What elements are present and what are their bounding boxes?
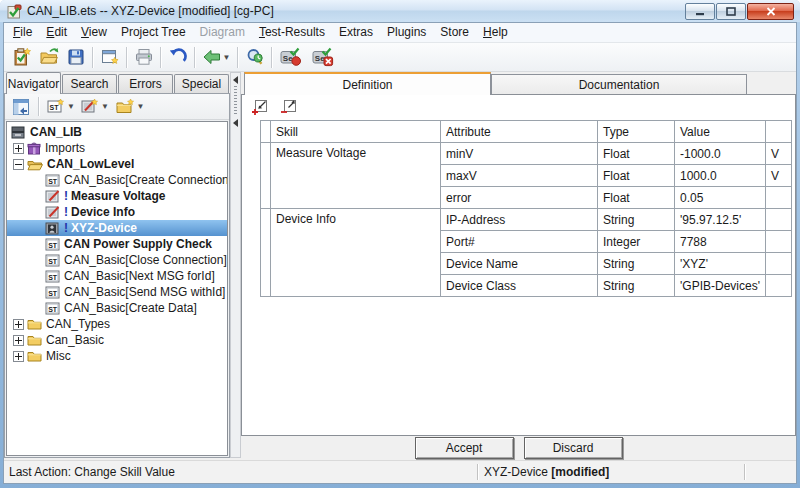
expand-icon[interactable]: [13, 143, 24, 154]
tree-item-can-power-supply-check[interactable]: ST CAN Power Supply Check: [7, 236, 227, 252]
attribute-cell[interactable]: error: [441, 187, 598, 209]
tree-item-device-info[interactable]: ! Device Info: [7, 204, 227, 220]
tree-item-can-lib[interactable]: CAN_LIB: [7, 124, 227, 140]
collapse-icon[interactable]: [13, 159, 24, 170]
tree-label: CAN_LowLevel: [47, 157, 134, 171]
maximize-button[interactable]: [716, 3, 746, 20]
left-tab-strip: Navigator Search Errors Special: [4, 72, 230, 93]
type-cell[interactable]: Float: [598, 187, 675, 209]
tree-item-xyz-device[interactable]: ! XYZ-Device: [7, 220, 227, 236]
new-window-button[interactable]: [96, 45, 123, 69]
attribute-cell[interactable]: minV: [441, 143, 598, 165]
tab-navigator[interactable]: Navigator: [6, 72, 61, 94]
attribute-cell[interactable]: Device Name: [441, 253, 598, 275]
search-history-button[interactable]: [241, 45, 268, 69]
maximize-icon: [726, 7, 736, 16]
dropdown-icon[interactable]: ▼: [67, 102, 75, 111]
close-button[interactable]: [747, 3, 794, 20]
tree-item-can-basic-close-connection[interactable]: ST CAN_Basic[Close Connection]: [7, 252, 227, 268]
new-sequence-button[interactable]: ST ▼: [44, 95, 78, 119]
minimize-button[interactable]: [685, 3, 715, 20]
new-project-icon: [12, 47, 32, 67]
back-button[interactable]: ▼: [198, 45, 234, 69]
new-project-button[interactable]: [8, 45, 35, 69]
tree-item-can-basic-next-msg[interactable]: ST CAN_Basic[Next MSG forId]: [7, 268, 227, 284]
attribute-cell[interactable]: Port#: [441, 231, 598, 253]
add-attribute-button[interactable]: [251, 99, 268, 116]
value-cell[interactable]: '95.97.12.5': [675, 209, 766, 231]
print-button[interactable]: [130, 45, 157, 69]
menu-store[interactable]: Store: [433, 23, 476, 42]
expand-icon[interactable]: [13, 335, 24, 346]
tree-item-can-basic-create-connection[interactable]: ST CAN_Basic[Create Connection]: [7, 172, 227, 188]
back-dropdown-icon[interactable]: ▼: [223, 53, 231, 62]
open-file-button[interactable]: [35, 45, 62, 69]
menu-project-tree[interactable]: Project Tree: [114, 23, 193, 42]
expand-icon[interactable]: [13, 319, 24, 330]
menu-help[interactable]: Help: [476, 23, 515, 42]
menu-plugins[interactable]: Plugins: [380, 23, 433, 42]
tree-item-can-types[interactable]: CAN_Types: [7, 316, 227, 332]
discard-button[interactable]: Discard: [524, 437, 623, 459]
dropdown-icon[interactable]: ▼: [137, 102, 145, 111]
tree-item-can-basic-send-msg[interactable]: ST CAN_Basic[Send MSG withId]: [7, 284, 227, 300]
tree-item-can-basic-create-data[interactable]: ST CAN_Basic[Create Data]: [7, 300, 227, 316]
new-folder-button[interactable]: ▼: [112, 95, 148, 119]
menu-view[interactable]: View: [74, 23, 114, 42]
undo-button[interactable]: [164, 45, 191, 69]
value-cell[interactable]: 7788: [675, 231, 766, 253]
new-window-icon: [100, 47, 120, 67]
sequence-abort-button[interactable]: Se: [307, 45, 339, 69]
collapse-left-icon[interactable]: [233, 76, 238, 84]
accept-button[interactable]: Accept: [415, 437, 514, 459]
dropdown-icon[interactable]: ▼: [101, 102, 109, 111]
type-cell[interactable]: Integer: [598, 231, 675, 253]
value-cell[interactable]: 'XYZ': [675, 253, 766, 275]
tab-definition[interactable]: Definition: [244, 72, 491, 95]
save-button[interactable]: [62, 45, 89, 69]
attribute-cell[interactable]: Device Class: [441, 275, 598, 297]
menu-file[interactable]: File: [6, 23, 39, 42]
expand-icon[interactable]: [13, 351, 24, 362]
remove-attribute-button[interactable]: [280, 99, 297, 116]
tree-item-can-lowlevel[interactable]: CAN_LowLevel: [7, 156, 227, 172]
type-cell[interactable]: Float: [598, 165, 675, 187]
type-cell[interactable]: Float: [598, 143, 675, 165]
value-cell[interactable]: 0.05: [675, 187, 766, 209]
title-bar[interactable]: CAN_LIB.ets -- XYZ-Device [modified] [cg…: [0, 0, 800, 22]
panel-splitter[interactable]: [230, 72, 241, 458]
menu-edit[interactable]: Edit: [39, 23, 74, 42]
tab-special[interactable]: Special: [174, 74, 229, 93]
unit-cell: [765, 253, 791, 275]
value-cell[interactable]: 1000.0: [675, 165, 766, 187]
folder-closed-icon: [27, 350, 42, 362]
type-cell[interactable]: String: [598, 209, 675, 231]
tab-errors[interactable]: Errors: [118, 74, 173, 93]
new-skill-button[interactable]: ▼: [78, 95, 112, 119]
type-cell[interactable]: String: [598, 253, 675, 275]
attribute-cell[interactable]: IP-Address: [441, 209, 598, 231]
splitter-grip[interactable]: [234, 86, 237, 116]
type-cell[interactable]: String: [598, 275, 675, 297]
library-icon: [11, 126, 26, 139]
tab-search[interactable]: Search: [62, 74, 117, 93]
attribute-cell[interactable]: maxV: [441, 165, 598, 187]
toolbar-separator: [92, 47, 93, 68]
value-cell[interactable]: -1000.0: [675, 143, 766, 165]
tree-item-can-basic[interactable]: Can_Basic: [7, 332, 227, 348]
view-window-button[interactable]: [9, 95, 33, 119]
tree-item-imports[interactable]: Imports: [7, 140, 227, 156]
tree-item-misc[interactable]: Misc: [7, 348, 227, 364]
modified-marker: !: [64, 205, 68, 219]
menu-extras[interactable]: Extras: [332, 23, 380, 42]
skill-cell[interactable]: Measure Voltage: [271, 143, 441, 209]
tree-item-measure-voltage[interactable]: ! Measure Voltage: [7, 188, 227, 204]
skill-cell[interactable]: Device Info: [271, 209, 441, 297]
sequence-record-button[interactable]: Se: [275, 45, 307, 69]
toolbar-separator: [271, 47, 272, 68]
navigator-body: ST ▼ ▼ ▼: [4, 93, 230, 458]
menu-test-results[interactable]: Test-Results: [252, 23, 332, 42]
tab-documentation[interactable]: Documentation: [491, 74, 747, 94]
value-cell[interactable]: 'GPIB-Devices': [675, 275, 766, 297]
collapse-left-icon[interactable]: [233, 119, 238, 127]
